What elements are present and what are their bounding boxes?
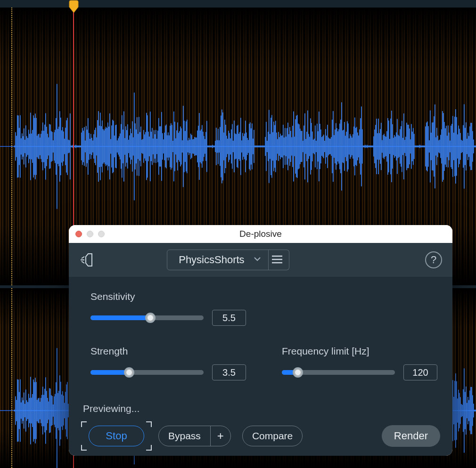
svg-rect-261 [260, 145, 261, 147]
svg-rect-418 [408, 125, 409, 168]
preset-menu-button[interactable] [266, 250, 289, 270]
svg-rect-230 [231, 129, 232, 163]
svg-rect-246 [246, 132, 247, 160]
svg-rect-330 [325, 129, 326, 164]
compare-button[interactable]: Compare [242, 426, 303, 446]
svg-rect-518 [41, 398, 41, 423]
svg-rect-35 [47, 134, 48, 159]
svg-rect-102 [110, 139, 111, 153]
svg-rect-191 [194, 137, 195, 156]
svg-rect-514 [37, 400, 38, 421]
svg-rect-5 [19, 128, 20, 165]
svg-rect-16 [29, 134, 30, 159]
svg-rect-343 [337, 131, 338, 161]
svg-rect-351 [345, 136, 346, 157]
svg-rect-222 [223, 132, 224, 160]
svg-rect-364 [357, 132, 358, 160]
svg-rect-344 [338, 129, 339, 163]
frequency-limit-slider[interactable] [282, 370, 395, 375]
svg-rect-534 [56, 382, 57, 439]
svg-rect-17 [30, 113, 31, 180]
svg-rect-66 [76, 145, 77, 147]
render-button[interactable]: Render [382, 425, 440, 447]
svg-rect-127 [134, 93, 135, 201]
svg-rect-232 [233, 141, 234, 153]
svg-rect-317 [313, 140, 314, 153]
preset-select[interactable]: PhysicsShorts [167, 250, 268, 270]
selection-edge-left[interactable] [11, 8, 12, 285]
svg-rect-2 [16, 136, 17, 157]
svg-rect-50 [61, 130, 62, 162]
svg-rect-455 [443, 113, 444, 180]
svg-rect-444 [433, 122, 434, 170]
svg-rect-101 [109, 113, 110, 179]
svg-rect-976 [472, 395, 473, 426]
svg-rect-175 [179, 131, 180, 162]
svg-rect-962 [459, 393, 460, 428]
svg-rect-433 [422, 145, 423, 147]
svg-rect-135 [141, 140, 142, 153]
svg-rect-483 [469, 126, 470, 166]
svg-rect-519 [41, 395, 42, 427]
svg-rect-229 [230, 138, 231, 154]
svg-rect-967 [464, 368, 465, 452]
selection-edge-left[interactable] [11, 288, 12, 468]
svg-rect-96 [105, 129, 106, 164]
svg-rect-39 [51, 131, 52, 162]
svg-rect-55 [66, 121, 67, 173]
svg-rect-475 [462, 141, 463, 153]
svg-rect-318 [314, 138, 315, 154]
svg-rect-136 [142, 139, 143, 153]
sensitivity-value[interactable]: 5.5 [212, 310, 246, 326]
svg-rect-265 [264, 145, 265, 147]
svg-rect-493 [17, 379, 18, 442]
svg-rect-32 [44, 125, 45, 169]
help-button[interactable]: ? [425, 251, 442, 268]
playhead-handle-icon[interactable] [69, 0, 79, 12]
svg-rect-453 [441, 129, 442, 164]
sensitivity-slider[interactable] [90, 315, 204, 320]
window-titlebar[interactable]: De-plosive [69, 225, 452, 243]
stop-focus-frame: Stop [81, 421, 152, 451]
svg-rect-21 [34, 118, 35, 175]
svg-rect-112 [120, 133, 121, 159]
strength-value[interactable]: 3.5 [212, 364, 246, 380]
svg-rect-70 [80, 145, 81, 147]
svg-rect-241 [241, 140, 242, 153]
svg-rect-288 [286, 137, 287, 156]
bypass-button[interactable]: Bypass [158, 426, 211, 446]
svg-rect-331 [326, 136, 327, 157]
frequency-limit-value[interactable]: 120 [403, 364, 437, 380]
stop-button[interactable]: Stop [89, 426, 144, 446]
svg-rect-44 [56, 118, 57, 175]
svg-rect-958 [455, 373, 456, 448]
svg-rect-506 [29, 398, 30, 423]
svg-rect-447 [435, 137, 436, 156]
svg-rect-363 [356, 127, 357, 166]
svg-rect-249 [249, 124, 250, 169]
svg-rect-149 [155, 134, 156, 159]
svg-rect-109 [117, 140, 118, 153]
svg-rect-287 [285, 128, 286, 165]
svg-rect-233 [234, 121, 235, 172]
controls-panel: Sensitivity 5.5 Strength 3.5 Frequency [69, 277, 452, 456]
svg-rect-110 [118, 138, 119, 155]
svg-rect-401 [392, 124, 393, 169]
svg-rect-459 [447, 136, 448, 157]
svg-rect-254 [254, 130, 254, 163]
svg-rect-144 [150, 112, 151, 181]
svg-rect-408 [399, 136, 400, 157]
svg-rect-428 [418, 145, 419, 147]
svg-rect-406 [397, 119, 398, 174]
add-button[interactable]: + [210, 426, 231, 446]
svg-rect-358 [352, 137, 353, 155]
svg-rect-282 [280, 134, 281, 159]
svg-rect-973 [469, 390, 470, 430]
strength-slider[interactable] [90, 370, 204, 375]
question-icon: ? [431, 254, 436, 266]
svg-rect-525 [47, 398, 48, 423]
svg-rect-313 [309, 137, 310, 156]
svg-rect-508 [31, 398, 32, 424]
svg-rect-359 [353, 134, 353, 159]
svg-rect-11 [25, 140, 25, 153]
